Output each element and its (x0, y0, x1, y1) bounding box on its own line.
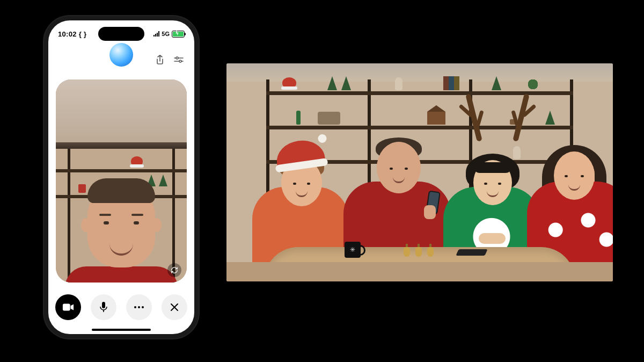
camera-preview[interactable] (56, 79, 187, 283)
person-4 (527, 133, 613, 262)
decor-bottle (296, 111, 301, 125)
decor-tree (327, 76, 337, 90)
app-header (48, 44, 194, 75)
svg-point-9 (142, 306, 144, 308)
cellular-signal-icon (153, 31, 159, 37)
phone-screen: 10:02 { } 5G ϟ (48, 20, 194, 334)
person-eye (405, 168, 408, 170)
person-eye (104, 221, 109, 225)
person-3 (443, 139, 540, 262)
decor-santa-hat (282, 77, 296, 88)
person-eye (134, 221, 139, 225)
person-bangs (473, 162, 512, 173)
decor-plant (527, 78, 539, 90)
svg-point-7 (134, 306, 136, 308)
person-eye (484, 183, 487, 185)
selfie-person (76, 175, 167, 283)
dynamic-island (98, 27, 144, 41)
svg-point-8 (138, 306, 140, 308)
svg-rect-5 (102, 302, 105, 308)
video-button[interactable] (55, 294, 81, 320)
person-sweater (65, 266, 178, 283)
person-head (377, 142, 421, 193)
charging-bolt-icon: ϟ (175, 31, 179, 36)
microphone-button[interactable] (91, 294, 116, 320)
person-eye (565, 175, 568, 177)
person-mouth (487, 191, 499, 197)
person-mouth (568, 185, 580, 191)
person-brow (99, 214, 111, 216)
decor-books (443, 76, 459, 90)
decor-santa-hat (131, 156, 143, 166)
antler-left (465, 93, 482, 142)
decor-bells (404, 247, 434, 257)
decor-tree (545, 111, 555, 125)
phone-on-table (456, 249, 487, 256)
svg-point-3 (179, 60, 181, 62)
decor-radio (318, 112, 340, 125)
decor-tree (341, 76, 351, 90)
person-eye (498, 183, 501, 185)
person-hand (424, 205, 436, 219)
svg-rect-4 (63, 304, 70, 311)
scene-ceiling (56, 79, 187, 149)
studio-video-feed: ✳ (226, 63, 613, 281)
clock-time: 10:02 (58, 30, 77, 38)
home-indicator[interactable] (92, 329, 151, 331)
close-button[interactable] (162, 294, 187, 320)
phone-device-frame: 10:02 { } 5G ϟ (44, 16, 199, 338)
person-mouth (393, 177, 405, 183)
person-hair (87, 178, 155, 203)
scene-floor (226, 262, 613, 281)
coffee-mug: ✳ (345, 242, 361, 258)
person-eye (307, 183, 310, 185)
mug-logo: ✳ (345, 242, 361, 258)
santa-hat (274, 137, 326, 170)
network-type-label: 5G (162, 31, 170, 37)
shelf (56, 169, 187, 172)
presentation-stage: 10:02 { } 5G ϟ (0, 0, 644, 362)
person-eye (390, 168, 393, 170)
more-options-button[interactable] (126, 294, 152, 320)
decor-tree (492, 76, 501, 90)
person-eye (293, 183, 296, 185)
decor-vase (395, 77, 402, 90)
call-controls (48, 292, 194, 322)
clock-suffix: { } (77, 30, 87, 38)
person-1 (252, 139, 349, 262)
flip-camera-button[interactable] (167, 263, 181, 277)
person-mouth (296, 191, 308, 197)
battery-icon: ϟ (172, 31, 185, 38)
share-icon[interactable] (156, 55, 164, 64)
person-brow (131, 214, 143, 216)
person-hands (479, 233, 506, 244)
sliders-icon[interactable] (174, 56, 184, 63)
decor-gingerbread-house (427, 112, 445, 125)
svg-point-2 (176, 57, 178, 59)
person-head (554, 151, 595, 200)
status-right-cluster: 5G ϟ (153, 31, 185, 38)
status-time: 10:02 { } (58, 30, 86, 38)
person-eye (581, 175, 584, 177)
